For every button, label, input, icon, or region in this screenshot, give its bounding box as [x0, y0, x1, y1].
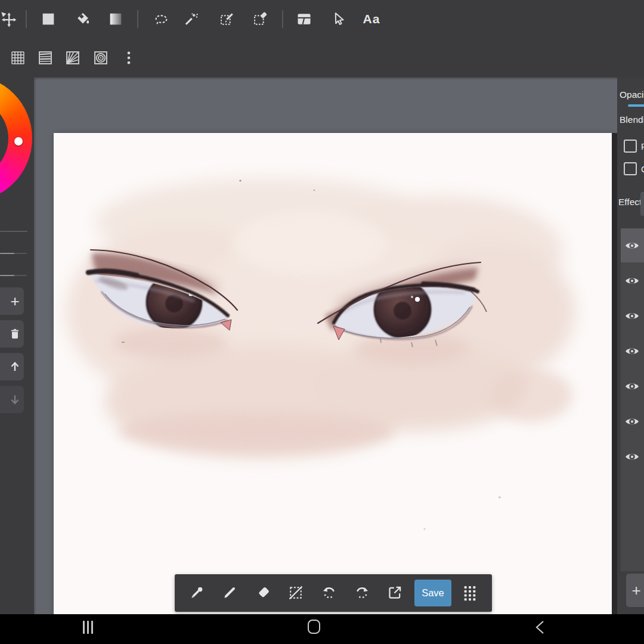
gradient-tool-button[interactable] [107, 11, 124, 27]
layer-list [621, 228, 644, 571]
divide-panel-icon [296, 11, 312, 27]
move-icon [0, 11, 17, 27]
select-pen-tool-button[interactable] [219, 11, 236, 27]
pen-icon [221, 584, 238, 601]
layer-visibility-eye-icon[interactable] [624, 343, 640, 359]
clipping-checkbox[interactable] [624, 162, 637, 175]
back-button[interactable] [534, 619, 548, 636]
toolbar-divider [26, 10, 27, 28]
hue-selector-handle[interactable] [14, 137, 23, 145]
grid-material-button[interactable] [10, 49, 26, 66]
sidebar-divider [0, 231, 27, 232]
top-toolbar: Aa [0, 0, 644, 78]
magic-wand-icon [182, 11, 199, 27]
layer-visibility-eye-icon[interactable] [624, 238, 640, 253]
sidebar-slider-fill [0, 253, 14, 254]
clipping-label: Clipping [641, 164, 644, 174]
drawing-canvas[interactable] [54, 133, 612, 614]
tone-circle-material-button[interactable] [92, 49, 109, 66]
plus-icon: + [10, 294, 19, 308]
layer-row[interactable] [621, 228, 644, 262]
arrow-up-icon [8, 360, 22, 374]
speed-lines-material-button[interactable] [37, 49, 54, 66]
opacity-label: Opacity [620, 89, 644, 100]
eyedropper-icon [188, 584, 205, 601]
delete-layer-button[interactable] [0, 320, 24, 348]
layer-row[interactable] [621, 264, 644, 298]
select-eraser-icon [252, 11, 269, 27]
select-eraser-tool-button[interactable] [252, 11, 269, 27]
toolbar-divider [282, 10, 283, 28]
paint-bucket-icon [75, 11, 91, 27]
grid-menu-button[interactable] [462, 584, 478, 601]
kebab-menu-icon [120, 49, 137, 66]
eraser-icon [255, 584, 271, 601]
trash-icon [8, 327, 22, 341]
layer-visibility-eye-icon[interactable] [624, 273, 640, 289]
filled-square-icon [40, 11, 57, 27]
layer-visibility-eye-icon[interactable] [624, 414, 640, 429]
protect-alpha-label: Protect Alpha [641, 141, 644, 151]
move-tool-button[interactable] [0, 11, 17, 27]
arrow-down-icon [8, 392, 22, 407]
export-button[interactable] [386, 584, 403, 601]
eraser-tool-button[interactable] [255, 584, 271, 601]
app-screen: + Opacity Blending Protect [0, 0, 644, 644]
recents-icon [91, 621, 93, 634]
add-layer-button-right[interactable]: + [626, 574, 644, 607]
focus-lines-material-button[interactable] [64, 49, 81, 66]
canvas-panel-gap [612, 133, 617, 614]
grid-icon [10, 49, 26, 66]
back-chevron-icon [537, 621, 543, 633]
layer-row[interactable] [621, 439, 644, 473]
divide-panel-tool-button[interactable] [296, 11, 312, 27]
redo-icon [354, 584, 370, 601]
materials-overflow-menu-button[interactable] [120, 49, 137, 66]
export-icon [386, 584, 403, 601]
android-nav-bar [0, 614, 644, 644]
text-tool-button[interactable]: Aa [358, 11, 385, 27]
fill-rect-tool-button[interactable] [40, 11, 57, 27]
bottom-toolbar: Save [175, 574, 492, 612]
left-sidebar: + [0, 78, 34, 614]
cursor-icon [329, 11, 346, 27]
focus-lines-icon [64, 49, 81, 66]
lasso-select-tool-button[interactable] [153, 11, 169, 27]
move-layer-down-button[interactable] [0, 386, 24, 413]
undo-button[interactable] [321, 584, 338, 601]
layer-row[interactable] [621, 404, 644, 438]
layer-visibility-eye-icon[interactable] [624, 308, 640, 324]
layer-properties-panel: Opacity Blending Protect Alpha Clipping … [617, 78, 644, 614]
opacity-slider[interactable] [628, 104, 644, 107]
speed-lines-icon [37, 49, 54, 66]
concentric-circles-icon [92, 49, 109, 66]
eyes-artwork [54, 133, 612, 614]
layer-row[interactable] [621, 299, 644, 333]
save-button[interactable]: Save [414, 580, 451, 606]
magic-wand-tool-button[interactable] [182, 11, 199, 27]
redo-button[interactable] [354, 584, 370, 601]
paint-bucket-tool-button[interactable] [75, 11, 91, 27]
operation-pointer-tool-button[interactable] [329, 11, 346, 27]
deselect-icon [287, 584, 304, 601]
move-layer-up-button[interactable] [0, 353, 24, 380]
save-button-label: Save [422, 587, 444, 599]
layer-visibility-eye-icon[interactable] [624, 379, 640, 394]
layer-row[interactable] [621, 334, 644, 368]
color-wheel-hole [0, 99, 8, 178]
blending-label: Blending [620, 114, 644, 125]
protect-alpha-checkbox[interactable] [624, 140, 637, 153]
layer-row[interactable] [621, 369, 644, 403]
layer-visibility-eye-icon[interactable] [624, 449, 640, 465]
home-button[interactable] [308, 620, 320, 634]
recents-icon [87, 621, 89, 634]
effect-dropdown[interactable] [640, 192, 644, 216]
eyedropper-tool-button[interactable] [188, 584, 205, 601]
text-tool-label: Aa [363, 12, 380, 26]
deselect-button[interactable] [287, 584, 304, 601]
recent-apps-button[interactable] [83, 621, 93, 634]
pen-tool-button[interactable] [221, 584, 238, 601]
effect-label: Effect [618, 197, 642, 208]
gradient-square-icon [107, 11, 124, 27]
add-layer-button[interactable]: + [0, 287, 24, 315]
